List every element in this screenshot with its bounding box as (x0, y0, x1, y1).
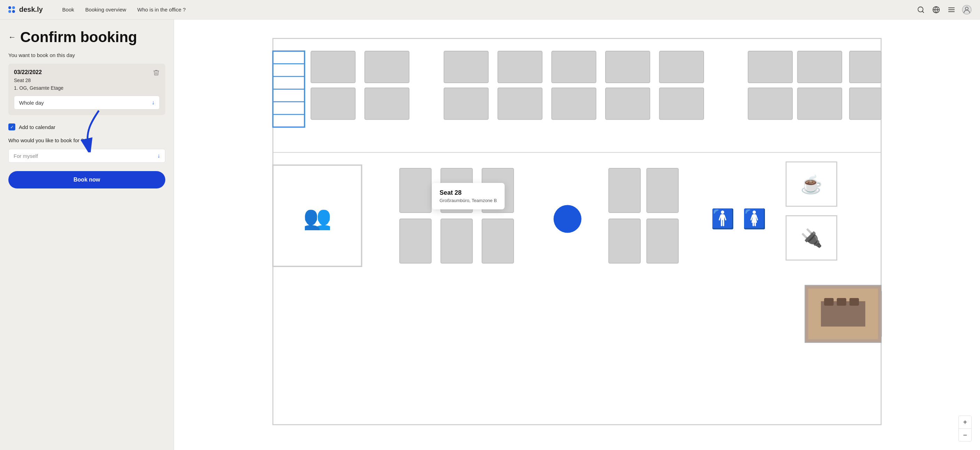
svg-rect-35 (798, 88, 842, 120)
book-for-label: Who would you like to book for ? (8, 137, 165, 143)
svg-rect-23 (444, 88, 488, 120)
main-nav: Book Booking overview Who is in the offi… (57, 4, 191, 15)
svg-rect-37 (850, 88, 881, 120)
book-for-section: For myself ↓ (8, 149, 165, 163)
header-actions (916, 5, 972, 14)
booking-date: 03/22/2022 (14, 69, 160, 76)
svg-rect-46 (482, 219, 514, 263)
svg-rect-31 (659, 88, 704, 120)
svg-rect-22 (444, 51, 488, 83)
svg-rect-45 (441, 219, 473, 263)
svg-rect-36 (850, 51, 881, 83)
time-dropdown-arrow-icon: ↓ (152, 100, 154, 106)
booking-location: 1. OG, Gesamte Etage (14, 85, 160, 91)
zoom-controls: + − (958, 415, 972, 442)
booking-card: 03/22/2022 Seat 28 1. OG, Gesamte Etage … (8, 63, 165, 115)
time-dropdown-value: Whole day (19, 100, 44, 106)
svg-line-1 (922, 11, 924, 13)
svg-rect-15 (365, 88, 409, 120)
zoom-in-button[interactable]: + (959, 416, 971, 428)
svg-rect-67 (837, 298, 846, 306)
floor-map-panel: 👥 🚹 🚺 ☕ (174, 19, 980, 450)
svg-text:☕: ☕ (800, 174, 823, 195)
floor-plan: 👥 🚹 🚺 ☕ (174, 19, 980, 450)
svg-rect-41 (399, 168, 431, 212)
svg-rect-12 (311, 51, 355, 83)
app-header: desk.ly Book Booking overview Who is in … (0, 0, 980, 19)
globe-icon[interactable] (931, 5, 941, 14)
svg-rect-49 (647, 168, 678, 212)
logo[interactable]: desk.ly (8, 6, 43, 14)
book-for-dropdown[interactable]: For myself ↓ (8, 149, 165, 163)
svg-rect-44 (399, 219, 431, 263)
svg-rect-66 (824, 298, 834, 306)
main-content: ← Confirm booking You want to book on th… (0, 19, 980, 450)
left-panel: ← Confirm booking You want to book on th… (0, 19, 174, 450)
svg-rect-32 (748, 51, 792, 83)
zoom-out-button[interactable]: − (959, 429, 971, 441)
svg-rect-13 (311, 88, 355, 120)
seat-popup-title: Seat 28 (439, 189, 497, 196)
svg-rect-26 (552, 51, 596, 83)
seat-popup-subtitle: Großraumbüro, Teamzone B (439, 198, 497, 203)
svg-rect-25 (498, 88, 542, 120)
svg-rect-30 (659, 51, 704, 83)
seat-popup: Seat 28 Großraumbüro, Teamzone B (432, 183, 504, 209)
svg-rect-14 (365, 51, 409, 83)
menu-icon[interactable] (947, 5, 956, 14)
svg-rect-48 (609, 168, 640, 212)
add-to-calendar-checkbox[interactable]: ✓ (8, 124, 15, 130)
floor-plan-svg: 👥 🚹 🚺 ☕ (174, 19, 980, 450)
subtitle: You want to book on this day (8, 52, 165, 58)
add-to-calendar-row: ✓ Add to calendar (8, 124, 165, 130)
booking-seat: Seat 28 (14, 78, 160, 83)
svg-rect-28 (606, 51, 650, 83)
svg-rect-29 (606, 88, 650, 120)
book-for-placeholder: For myself (14, 153, 38, 159)
svg-rect-24 (498, 51, 542, 83)
svg-text:👥: 👥 (303, 204, 332, 231)
nav-book[interactable]: Book (57, 4, 80, 15)
svg-rect-33 (748, 88, 792, 120)
svg-rect-50 (609, 219, 640, 263)
svg-text:🚹: 🚹 (711, 208, 735, 230)
time-dropdown[interactable]: Whole day ↓ (14, 96, 160, 109)
book-for-dropdown-arrow-icon: ↓ (157, 153, 160, 159)
svg-rect-68 (850, 298, 859, 306)
delete-booking-icon[interactable] (153, 69, 160, 78)
logo-icon (8, 6, 16, 13)
svg-rect-27 (552, 88, 596, 120)
svg-rect-34 (798, 51, 842, 83)
svg-rect-51 (647, 219, 678, 263)
nav-booking-overview[interactable]: Booking overview (80, 4, 132, 15)
page-title: Confirm booking (20, 29, 137, 45)
user-avatar[interactable] (962, 5, 972, 14)
add-to-calendar-label: Add to calendar (19, 124, 55, 130)
book-now-button[interactable]: Book now (8, 171, 165, 189)
svg-text:🚺: 🚺 (743, 208, 767, 230)
svg-point-47 (554, 205, 582, 233)
search-icon[interactable] (916, 5, 926, 14)
page-header: ← Confirm booking (8, 29, 165, 45)
nav-who-is-in-office[interactable]: Who is in the office ? (132, 4, 191, 15)
svg-text:🔌: 🔌 (800, 227, 823, 249)
logo-text: desk.ly (19, 6, 43, 14)
back-button[interactable]: ← (8, 33, 16, 41)
